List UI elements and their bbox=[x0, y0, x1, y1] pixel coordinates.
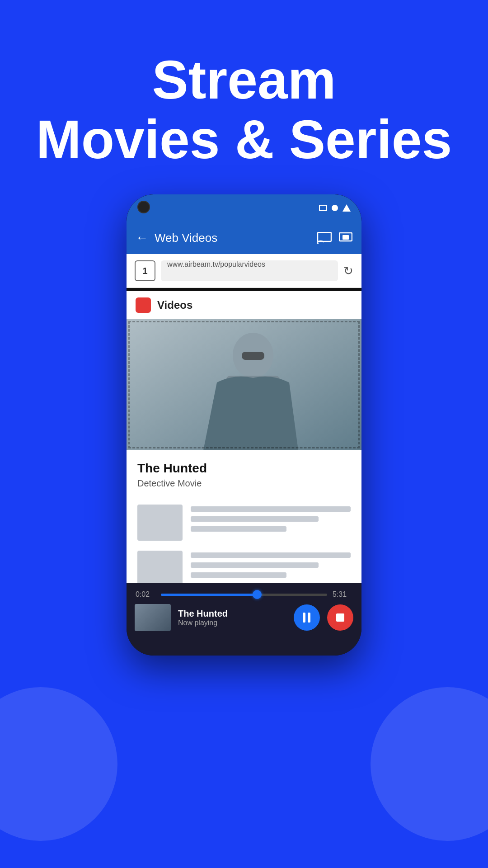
svg-point-1 bbox=[317, 242, 319, 244]
video-thumbnail-2 bbox=[137, 551, 183, 587]
movie-thumbnail[interactable] bbox=[127, 319, 361, 450]
movie-title: The Hunted bbox=[137, 461, 351, 476]
progress-track[interactable] bbox=[161, 594, 327, 596]
time-start: 0:02 bbox=[136, 590, 155, 599]
player-title: The Hunted bbox=[178, 609, 286, 619]
list-item[interactable] bbox=[137, 551, 351, 587]
player-thumb-img bbox=[135, 604, 171, 631]
video-lines-2 bbox=[191, 551, 351, 582]
video-thumbnail-1 bbox=[137, 505, 183, 541]
url-input[interactable]: www.airbeam.tv/popularvideos bbox=[161, 260, 338, 281]
screen-mirror-icon[interactable] bbox=[339, 232, 352, 243]
app-bar-icons bbox=[317, 232, 352, 244]
line bbox=[191, 572, 286, 578]
stop-button[interactable] bbox=[327, 604, 353, 631]
videos-label-text: Videos bbox=[157, 299, 192, 311]
line bbox=[191, 552, 351, 558]
list-item[interactable] bbox=[137, 505, 351, 541]
svg-rect-7 bbox=[242, 352, 264, 360]
time-end: 5:31 bbox=[333, 590, 352, 599]
cast-icon[interactable] bbox=[317, 232, 332, 244]
progress-bar-container: 0:02 5:31 bbox=[127, 583, 361, 599]
status-icons bbox=[319, 204, 351, 212]
player-info: The Hunted Now playing bbox=[178, 609, 286, 627]
line bbox=[191, 526, 286, 532]
line bbox=[191, 562, 319, 568]
player-status: Now playing bbox=[178, 619, 286, 627]
movie-scene-svg bbox=[127, 319, 361, 450]
wifi-icon bbox=[332, 205, 338, 211]
movie-genre: Detective Movie bbox=[137, 478, 351, 489]
player-thumbnail bbox=[135, 604, 171, 631]
movie-info: The Hunted Detective Movie bbox=[127, 450, 361, 507]
pause-bar-right bbox=[308, 613, 310, 623]
player-controls bbox=[294, 604, 353, 631]
player-content: The Hunted Now playing bbox=[127, 599, 361, 631]
line bbox=[191, 516, 319, 522]
tab-number[interactable]: 1 bbox=[135, 260, 155, 281]
app-bar: ← Web Videos bbox=[127, 222, 361, 254]
phone-mockup: ← Web Videos bbox=[127, 194, 361, 656]
phone-screen: ← Web Videos bbox=[127, 194, 361, 656]
hero-section: Stream Movies & Series bbox=[0, 0, 488, 169]
bottom-player: 0:02 5:31 The Hunted Now playing bbox=[127, 583, 361, 656]
videos-icon bbox=[136, 297, 151, 313]
url-bar: 1 www.airbeam.tv/popularvideos ↻ bbox=[127, 254, 361, 288]
video-lines-1 bbox=[191, 505, 351, 536]
hero-line1: Stream bbox=[0, 50, 488, 109]
battery-icon bbox=[319, 205, 327, 211]
refresh-button[interactable]: ↻ bbox=[343, 264, 353, 278]
pause-button[interactable] bbox=[294, 604, 320, 631]
signal-icon bbox=[343, 204, 351, 212]
progress-fill bbox=[161, 594, 257, 596]
videos-section-header: Videos bbox=[127, 291, 361, 320]
status-bar bbox=[127, 194, 361, 222]
svg-rect-0 bbox=[318, 232, 331, 241]
app-bar-title: Web Videos bbox=[155, 231, 317, 245]
bg-circle-right bbox=[371, 687, 488, 841]
progress-thumb[interactable] bbox=[253, 590, 262, 599]
pause-bar-left bbox=[303, 613, 305, 623]
back-button[interactable]: ← bbox=[136, 231, 148, 245]
camera-cutout bbox=[137, 201, 150, 213]
line bbox=[191, 506, 351, 512]
hero-line2: Movies & Series bbox=[0, 109, 488, 169]
phone-frame: ← Web Videos bbox=[127, 194, 361, 656]
svg-rect-3 bbox=[343, 235, 349, 240]
stop-icon bbox=[336, 613, 344, 622]
bg-circle-left bbox=[0, 687, 117, 841]
pause-icon bbox=[303, 613, 311, 623]
